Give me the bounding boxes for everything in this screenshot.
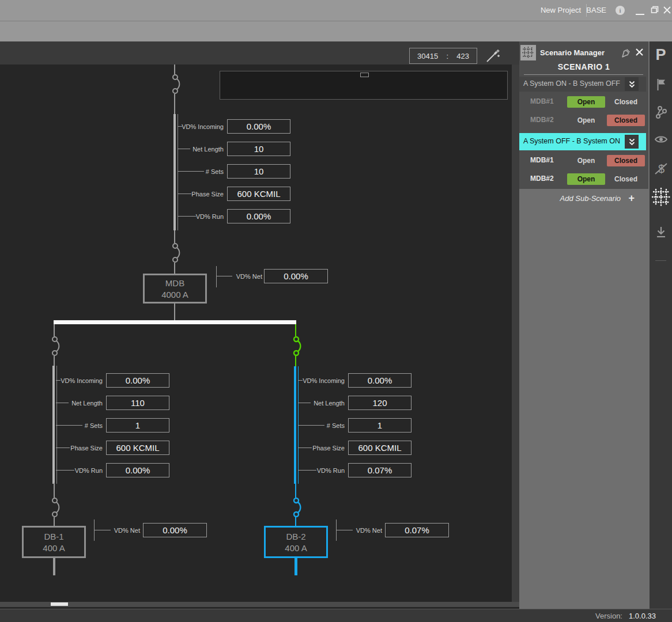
db2-panel-block[interactable]: DB-2 400 A xyxy=(264,526,328,558)
cursor-coordinates-readout: 30415 : 423 xyxy=(409,48,477,64)
expand-collapse-button[interactable] xyxy=(625,135,639,149)
vd-net-label: VD% Net xyxy=(232,273,262,280)
field-input[interactable]: 1 xyxy=(106,418,169,433)
breaker-symbol-db2-main[interactable] xyxy=(292,496,307,518)
field-input[interactable]: 10 xyxy=(227,164,290,179)
closed-state-button[interactable]: Closed xyxy=(614,175,637,183)
vd-net-input[interactable]: 0.00% xyxy=(264,269,328,283)
conductor-line xyxy=(54,356,55,366)
mdb-bus-bar[interactable] xyxy=(54,320,296,324)
sub-scenario-row-1[interactable]: A System ON - B System OFF xyxy=(519,77,646,92)
cable-run-db2[interactable] xyxy=(294,366,296,484)
expand-collapse-button[interactable] xyxy=(625,77,639,91)
cable-run-db1[interactable] xyxy=(52,366,55,484)
one-line-diagram-canvas: VD% Incoming 0.00% Net Length 10 # Sets … xyxy=(0,65,512,602)
sub-scenario-row-2-selected[interactable]: A System OFF - B System ON xyxy=(519,133,646,150)
restore-button[interactable] xyxy=(650,5,659,14)
db1-feeder-fields: VD% Incoming 0.00% Net Length 110 # Sets… xyxy=(58,373,169,486)
vd-net-input[interactable]: 0.07% xyxy=(385,523,449,537)
energized-conductor-line xyxy=(295,517,296,526)
close-window-button[interactable] xyxy=(662,5,672,15)
panel-close-icon[interactable] xyxy=(635,48,644,57)
scenario-manager-panel: Scenario Manager SCENARIO 1 A System ON … xyxy=(519,41,648,609)
horizontal-scrollbar[interactable] xyxy=(0,602,519,607)
closed-state-button[interactable]: Closed xyxy=(614,98,637,106)
field-row: Phase Size 600 KCMIL xyxy=(179,187,290,201)
load-stub-line xyxy=(295,558,297,575)
horizontal-scrollbar-handle[interactable] xyxy=(51,602,68,606)
field-label: VD% Incoming xyxy=(58,377,106,384)
field-label: VD% Run xyxy=(300,467,348,474)
open-state-button[interactable]: Open xyxy=(567,96,605,108)
open-state-button[interactable]: Open xyxy=(567,173,605,185)
export-download-tool-button[interactable] xyxy=(650,226,672,240)
mdb-panel-block[interactable]: MDB 4000 A xyxy=(143,274,207,304)
breaker-symbol-incoming[interactable] xyxy=(171,73,186,95)
field-input[interactable]: 1 xyxy=(348,418,411,433)
visibility-eye-tool-button[interactable] xyxy=(650,135,672,144)
field-input[interactable]: 0.07% xyxy=(348,463,411,477)
no-cost-tool-button[interactable]: $ xyxy=(650,160,672,177)
breaker-symbol-db1-main[interactable] xyxy=(51,496,66,518)
add-sub-scenario-button[interactable]: Add Sub-Scenario + xyxy=(519,192,648,206)
breaker-symbol-db1-feeder[interactable] xyxy=(51,335,66,357)
vertical-scrollbar[interactable] xyxy=(512,65,519,602)
field-input[interactable]: 600 KCMIL xyxy=(227,187,290,201)
pin-icon[interactable] xyxy=(621,48,631,58)
collapsed-overlay-panel[interactable] xyxy=(220,71,508,100)
minimize-button[interactable] xyxy=(636,14,644,15)
sub-scenario-name: A System ON - B System OFF xyxy=(523,79,620,88)
open-state-button[interactable]: Open xyxy=(577,157,595,165)
branch-hierarchy-tool-button[interactable] xyxy=(650,105,672,120)
energized-conductor-line xyxy=(295,483,296,498)
cable-run-incoming[interactable] xyxy=(173,114,176,230)
field-input[interactable]: 0.00% xyxy=(348,373,411,388)
field-input[interactable]: 600 KCMIL xyxy=(348,441,411,455)
field-label: VD% Incoming xyxy=(179,123,227,130)
version-value: 1.0.0.33 xyxy=(629,612,656,620)
breaker-state-row: MDB#1 Open Closed xyxy=(519,94,648,109)
flag-tool-button[interactable] xyxy=(650,78,672,91)
info-icon[interactable]: i xyxy=(616,6,625,15)
field-row: Net Length 110 xyxy=(58,396,169,410)
field-input[interactable]: 0.00% xyxy=(106,463,169,477)
scenario-manager-tool-button-active[interactable] xyxy=(650,187,672,207)
panel-rating: 400 A xyxy=(285,543,307,553)
field-input[interactable]: 0.00% xyxy=(227,119,290,134)
workspace-name[interactable]: BASE xyxy=(586,6,606,14)
panel-body xyxy=(519,189,648,609)
field-row: Net Length 10 xyxy=(179,142,290,156)
breaker-state-row: MDB#1 Open Closed xyxy=(519,153,648,168)
closed-state-button[interactable]: Closed xyxy=(607,115,645,126)
vd-net-input[interactable]: 0.00% xyxy=(143,523,207,537)
panel-name: MDB xyxy=(165,278,184,288)
cable-run-incoming-line2 xyxy=(178,114,178,230)
field-row: Phase Size 600 KCMIL xyxy=(58,441,169,455)
field-input[interactable]: 600 KCMIL xyxy=(106,441,169,455)
conductor-line xyxy=(54,324,55,336)
field-label: Phase Size xyxy=(300,445,348,452)
field-label: # Sets xyxy=(58,422,106,429)
conductor-line xyxy=(174,263,175,274)
open-state-button[interactable]: Open xyxy=(577,116,595,124)
panel-title: Scenario Manager xyxy=(540,48,605,57)
field-input[interactable]: 10 xyxy=(227,142,290,156)
magic-wand-icon[interactable] xyxy=(485,48,500,66)
field-input[interactable]: 120 xyxy=(348,396,411,410)
closed-state-button[interactable]: Closed xyxy=(607,155,645,166)
breaker-symbol-mdb-main[interactable] xyxy=(171,242,186,264)
db1-panel-block[interactable]: DB-1 400 A xyxy=(22,526,86,558)
field-input[interactable]: 110 xyxy=(106,396,169,410)
field-label: VD% Run xyxy=(58,467,106,474)
overlay-panel-handle[interactable] xyxy=(360,73,369,77)
field-label: Net Length xyxy=(58,400,106,407)
field-input[interactable]: 0.00% xyxy=(106,373,169,388)
panels-tool-button[interactable]: P xyxy=(650,46,672,64)
field-label: # Sets xyxy=(179,168,227,175)
breaker-symbol-db2-feeder[interactable] xyxy=(292,335,307,357)
field-input[interactable]: 0.00% xyxy=(227,209,290,223)
conductor-line xyxy=(174,230,175,243)
field-label: Phase Size xyxy=(58,445,106,452)
title-bar-row: New Project BASE i xyxy=(0,0,672,21)
field-row: Net Length 120 xyxy=(300,396,411,410)
